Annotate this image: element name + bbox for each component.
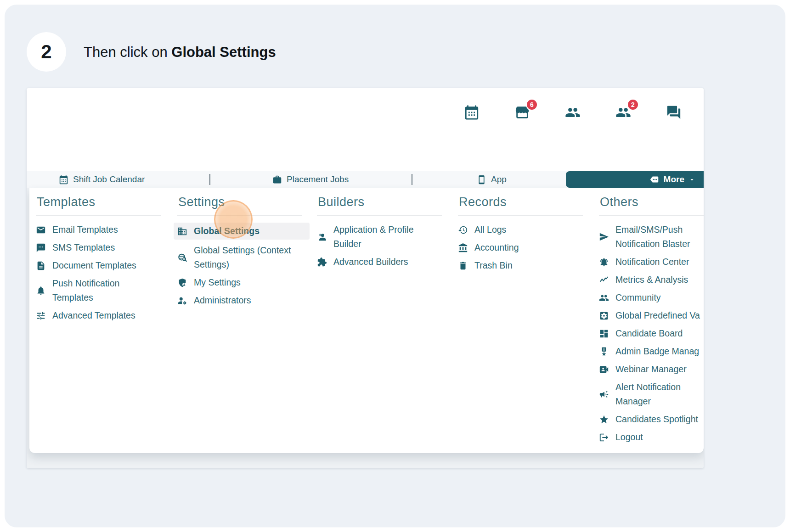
menu-item-all-logs[interactable]: All Logs (458, 223, 590, 237)
nav-label: Placement Jobs (287, 174, 349, 185)
more-label: More (664, 174, 684, 185)
gear-square-icon (599, 311, 609, 321)
step-instruction-target: Global Settings (171, 44, 276, 60)
more-button[interactable]: More (566, 171, 704, 188)
menu-item-notification-blaster[interactable]: Email/SMS/Push Notification Blaster (599, 223, 704, 251)
menu-item-sms-templates[interactable]: SMS Templates (36, 241, 168, 255)
advanced-templates-icon (36, 311, 46, 321)
menu-item-webinar-manager[interactable]: Webinar Manager (599, 362, 704, 376)
menu-column-templates: Templates Email Templates SMS Templates … (36, 195, 168, 326)
store-icon[interactable]: 6 (514, 105, 530, 120)
menu-item-push-notification-templates[interactable]: Push Notification Templates (36, 276, 168, 305)
menu-item-advanced-builders[interactable]: Advanced Builders (317, 255, 449, 269)
nav-shift-job-calendar[interactable]: Shift Job Calendar (59, 171, 145, 188)
step-number: 2 (41, 41, 51, 63)
briefcase-icon (272, 175, 282, 185)
column-heading: Records (458, 195, 583, 216)
menu-item-advanced-templates[interactable]: Advanced Templates (36, 308, 168, 323)
menu-item-administrators[interactable]: Administrators (177, 293, 310, 308)
menu-column-others: Others Email/SMS/Push Notification Blast… (599, 195, 704, 448)
email-icon (36, 225, 46, 235)
menu-item-admin-badge-manager[interactable]: Admin Badge Manag (599, 344, 704, 358)
screenshot-root: 2 Then click on Global Settings 6 2 (0, 0, 790, 532)
chat-icon[interactable] (666, 105, 682, 120)
megaphone-icon (599, 389, 609, 399)
menu-item-notification-center[interactable]: Notification Center (599, 255, 704, 269)
trash-icon (458, 261, 468, 271)
send-icon (599, 232, 609, 242)
menu-item-candidates-spotlight[interactable]: Candidates Spotlight (599, 412, 704, 426)
menu-column-builders: Builders Application & Profile Builder A… (317, 195, 449, 273)
nav-separator (412, 174, 412, 185)
bank-icon (458, 243, 468, 253)
step-instruction: Then click on Global Settings (84, 44, 276, 61)
nav-app[interactable]: App (477, 171, 507, 188)
medal-icon (599, 347, 609, 357)
document-icon (36, 261, 46, 271)
column-heading: Templates (36, 195, 161, 216)
person-gear-icon (177, 296, 187, 306)
calendar-icon (59, 175, 68, 185)
tag-icon (649, 174, 660, 185)
menu-item-global-settings-context[interactable]: Global Settings (Context Settings) (177, 243, 310, 272)
webinar-icon (599, 364, 609, 375)
globe-search-icon (177, 252, 187, 263)
nav-separator (209, 174, 210, 185)
history-icon (458, 225, 468, 235)
step-instruction-prefix: Then click on (84, 44, 168, 60)
puzzle-icon (317, 257, 327, 267)
menu-item-candidate-board[interactable]: Candidate Board (599, 326, 704, 341)
users-icon[interactable] (565, 105, 581, 120)
header-icon-row: 6 2 (464, 105, 682, 120)
menu-item-community[interactable]: Community (599, 291, 704, 305)
app-navbar: Shift Job Calendar Placement Jobs App Mo… (27, 171, 704, 188)
step-number-badge: 2 (27, 32, 66, 72)
community-users-icon[interactable]: 2 (615, 105, 631, 120)
chevron-down-icon (688, 176, 695, 183)
nav-label: App (491, 174, 507, 185)
community-icon (599, 293, 609, 303)
nav-placement-jobs[interactable]: Placement Jobs (272, 171, 349, 188)
push-notification-icon (36, 286, 46, 296)
metrics-icon (599, 275, 609, 285)
app-screenshot-card: 6 2 Shift Job Calendar Placemen (27, 88, 704, 468)
menu-item-my-settings[interactable]: My Settings (177, 275, 310, 290)
building-icon (177, 226, 187, 236)
menu-item-global-predefined-values[interactable]: Global Predefined Va (599, 308, 704, 323)
person-add-icon (317, 232, 327, 242)
dashboard-icon (599, 329, 609, 339)
menu-item-application-profile-builder[interactable]: Application & Profile Builder (317, 223, 449, 251)
bell-ring-icon (599, 257, 609, 267)
menu-item-trash-bin[interactable]: Trash Bin (458, 258, 590, 273)
menu-item-metrics-analysis[interactable]: Metrics & Analysis (599, 273, 704, 287)
app-header: 6 2 (27, 88, 704, 171)
smartphone-icon (477, 175, 486, 185)
menu-item-document-templates[interactable]: Document Templates (36, 258, 168, 273)
menu-column-records: Records All Logs Accounting Trash Bin (458, 195, 590, 276)
menu-item-email-templates[interactable]: Email Templates (36, 223, 168, 237)
calendar-icon[interactable] (464, 105, 480, 120)
logout-icon (599, 432, 609, 442)
sms-icon (36, 243, 46, 253)
menu-item-accounting[interactable]: Accounting (458, 241, 590, 255)
column-heading: Builders (317, 195, 442, 216)
shield-icon (177, 278, 187, 288)
community-badge: 2 (627, 99, 639, 111)
column-heading: Others (599, 195, 704, 216)
menu-item-global-settings[interactable]: Global Settings (174, 223, 310, 240)
star-icon (599, 414, 609, 425)
menu-column-settings: Settings Global Settings Global Settings… (177, 195, 310, 311)
menu-item-logout[interactable]: Logout (599, 430, 704, 444)
menu-item-alert-notification-manager[interactable]: Alert Notification Manager (599, 380, 704, 409)
tutorial-page-background: 2 Then click on Global Settings 6 2 (5, 5, 785, 527)
mega-menu: Templates Email Templates SMS Templates … (29, 188, 704, 453)
column-heading: Settings (177, 195, 302, 216)
nav-label: Shift Job Calendar (73, 174, 145, 185)
store-badge: 6 (526, 99, 538, 111)
